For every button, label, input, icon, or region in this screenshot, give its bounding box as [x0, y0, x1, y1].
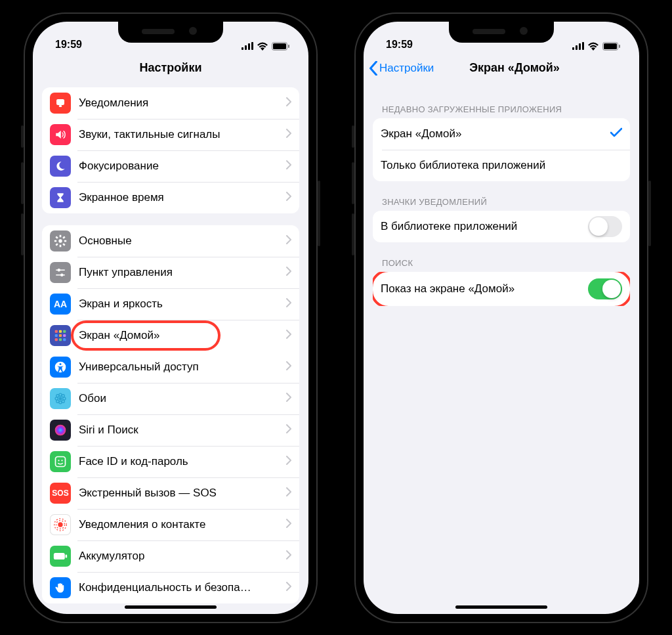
svg-rect-2 — [248, 43, 250, 50]
settings-row-display[interactable]: AA Экран и яркость — [42, 288, 299, 320]
phone-left: 19:59 Настройки Уведомления Звуки, такти… — [24, 12, 318, 623]
home-screen-settings[interactable]: НЕДАВНО ЗАГРУЖЕННЫЕ ПРИЛОЖЕНИЯ Экран «До… — [364, 85, 639, 614]
settings-row-homescreen[interactable]: Экран «Домой» — [42, 320, 299, 351]
row-label: Звуки, тактильные сигналы — [79, 128, 282, 141]
svg-rect-7 — [56, 99, 64, 105]
row-label: Аккумулятор — [79, 550, 282, 563]
svg-line-16 — [56, 244, 58, 246]
toggle-show-search[interactable] — [588, 278, 622, 299]
chevron-right-icon — [286, 424, 291, 436]
toggle-badges-library[interactable] — [588, 216, 622, 237]
chevron-right-icon — [286, 235, 291, 247]
svg-rect-30 — [63, 338, 66, 341]
settings-row-notifications[interactable]: Уведомления — [42, 87, 299, 119]
option-opt-home[interactable]: Экран «Домой» — [373, 118, 630, 150]
chevron-right-icon — [286, 550, 291, 562]
chevron-right-icon — [286, 298, 291, 310]
settings-row-exposure[interactable]: Уведомления о контакте — [42, 509, 299, 540]
svg-point-40 — [56, 400, 59, 403]
chevron-right-icon — [286, 393, 291, 405]
svg-rect-24 — [63, 330, 66, 332]
chevron-right-icon — [286, 487, 291, 499]
svg-rect-53 — [579, 43, 581, 50]
svg-rect-1 — [245, 45, 247, 50]
row-label: Уведомления — [79, 97, 282, 110]
svg-rect-6 — [288, 45, 289, 48]
svg-point-38 — [56, 394, 59, 397]
phone-right: 19:59 Настройки Экран «Домой» НЕДАВН — [354, 12, 648, 623]
wifi-icon — [257, 42, 268, 51]
svg-rect-3 — [251, 42, 253, 50]
row-label: Фокусирование — [79, 160, 282, 173]
wifi-icon — [587, 42, 599, 51]
home-indicator[interactable] — [455, 605, 547, 609]
settings-row-faceid[interactable]: Face ID и код-пароль — [42, 446, 299, 477]
row-label: Основные — [79, 234, 282, 248]
settings-row-battery[interactable]: Аккумулятор — [42, 540, 299, 572]
settings-row-controlcenter[interactable]: Пункт управления — [42, 257, 299, 288]
row-label: Экстренный вызов — SOS — [79, 487, 282, 500]
speaker-icon — [50, 124, 71, 145]
svg-rect-28 — [55, 338, 58, 341]
section-header-recent: НЕДАВНО ЗАГРУЖЕННЫЕ ПРИЛОЖЕНИЯ — [373, 85, 630, 118]
svg-line-14 — [56, 236, 58, 238]
svg-point-33 — [59, 397, 62, 400]
settings-row-screentime[interactable]: Экранное время — [42, 182, 299, 213]
svg-point-32 — [60, 362, 62, 364]
section-header-badges: ЗНАЧКИ УВЕДОМЛЕНИЙ — [373, 181, 630, 211]
home-indicator[interactable] — [125, 605, 217, 609]
settings-row-sos[interactable]: SOS Экстренный вызов — SOS — [42, 477, 299, 509]
siri-icon — [50, 420, 71, 441]
settings-row-privacy[interactable]: Конфиденциальность и безопа… — [42, 572, 299, 603]
row-label: Экран и яркость — [79, 297, 282, 311]
grid-icon — [50, 325, 71, 346]
svg-rect-50 — [66, 554, 68, 558]
svg-rect-26 — [59, 334, 62, 336]
checkmark-icon — [610, 127, 622, 141]
back-label: Настройки — [379, 62, 434, 75]
svg-rect-49 — [54, 552, 65, 559]
svg-rect-25 — [55, 334, 58, 336]
exposure-icon — [50, 514, 71, 535]
chevron-right-icon — [286, 192, 291, 204]
section-header-search: ПОИСК — [373, 242, 630, 272]
settings-row-focus[interactable]: Фокусирование — [42, 150, 299, 182]
svg-rect-23 — [59, 330, 62, 332]
toggle-label: В библиотеке приложений — [381, 220, 588, 233]
chevron-right-icon — [286, 582, 291, 594]
settings-row-general[interactable]: Основные — [42, 225, 299, 257]
cellular-icon — [242, 42, 253, 50]
svg-line-17 — [63, 236, 65, 238]
settings-row-sounds[interactable]: Звуки, тактильные сигналы — [42, 119, 299, 150]
option-opt-library[interactable]: Только библиотека приложений — [373, 150, 630, 181]
svg-rect-43 — [56, 456, 66, 466]
toggle-row-show-search: Показ на экране «Домой» — [373, 272, 630, 306]
flower-icon — [50, 388, 71, 409]
option-label: Только библиотека приложений — [381, 159, 622, 172]
svg-rect-29 — [59, 338, 62, 341]
row-label: Уведомления о контакте — [79, 518, 282, 531]
svg-point-19 — [58, 269, 61, 272]
chevron-right-icon — [286, 330, 291, 341]
svg-line-15 — [63, 244, 65, 246]
back-button[interactable]: Настройки — [369, 52, 434, 85]
settings-row-siri[interactable]: Siri и Поиск — [42, 414, 299, 446]
chevron-right-icon — [286, 97, 291, 109]
hourglass-icon — [50, 187, 71, 208]
svg-rect-52 — [576, 45, 578, 50]
row-label: Конфиденциальность и безопа… — [79, 581, 282, 594]
svg-point-9 — [58, 239, 62, 242]
settings-list[interactable]: Уведомления Звуки, тактильные сигналы Фо… — [33, 85, 308, 614]
settings-row-accessibility[interactable]: Универсальный доступ — [42, 351, 299, 383]
settings-row-wallpaper[interactable]: Обои — [42, 383, 299, 414]
svg-rect-22 — [55, 330, 58, 332]
notch — [118, 22, 223, 43]
row-label: Экран «Домой» — [79, 329, 282, 342]
option-label: Экран «Домой» — [381, 127, 610, 141]
gear-icon — [50, 230, 71, 252]
aa-icon: AA — [50, 294, 71, 315]
page-title: Настройки — [140, 61, 202, 75]
sos-icon: SOS — [50, 483, 71, 504]
chevron-right-icon — [286, 267, 291, 278]
nav-bar: Настройки Экран «Домой» — [364, 52, 639, 85]
